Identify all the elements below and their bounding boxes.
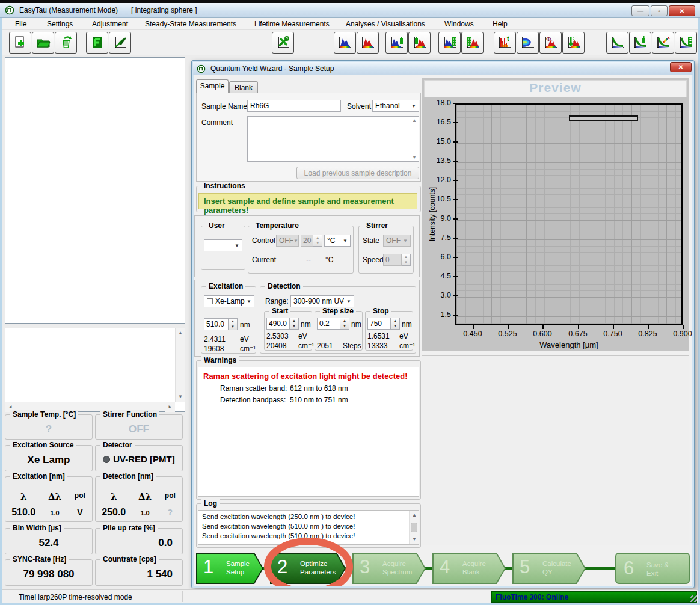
spinner-up-icon[interactable]: ▲ <box>229 319 237 324</box>
menu-steady-state[interactable]: Steady-State Measurements <box>145 20 236 28</box>
window-titlebar[interactable]: EasyTau (Measurement Mode) [ integrating… <box>0 3 700 18</box>
step-number: 3 <box>360 556 370 578</box>
instructions-box: Instructions Insert sample and define sa… <box>196 186 421 212</box>
start-wavelength-spinner[interactable]: 490.0 ▲▼ <box>266 318 299 330</box>
tres-contour-button[interactable] <box>517 32 539 54</box>
menu-file[interactable]: File <box>15 20 26 28</box>
menu-analyses[interactable]: Analyses / Visualisations <box>346 20 425 28</box>
spinner-up-icon[interactable]: ▲ <box>290 318 298 324</box>
open-file-button[interactable] <box>32 32 54 54</box>
spinner-down-icon[interactable]: ▼ <box>340 324 349 329</box>
stirrer-state-combo[interactable]: OFF ▼ <box>383 235 411 247</box>
checkbox-icon[interactable] <box>207 298 213 304</box>
comment-textarea[interactable] <box>247 116 419 162</box>
resize-grip[interactable] <box>690 595 697 602</box>
bandpass-label: Detection bandpass: <box>220 396 286 404</box>
temp-control-combo[interactable]: OFF ▼ <box>276 235 299 247</box>
spinner-up-icon[interactable]: ▲ <box>391 318 399 324</box>
device-status-button[interactable] <box>86 32 108 54</box>
manual-curve-edit-button[interactable] <box>109 32 131 54</box>
scroll-down-icon[interactable]: ▼ <box>176 392 185 402</box>
tcspc-histogram-button[interactable]: t <box>494 32 516 54</box>
spinner-up-icon[interactable]: ▲ <box>402 254 410 260</box>
detail-vertical-scrollbar[interactable]: ▲ ▼ <box>175 328 185 402</box>
load-previous-sample-button[interactable]: Load previous sample description <box>296 167 419 179</box>
dialog-close-button[interactable]: ✕ <box>670 62 692 72</box>
detection-nm-label: Detection [nm] <box>100 472 156 481</box>
contour-plot-icon <box>520 35 536 51</box>
curve-pencil-icon <box>112 35 128 51</box>
step-2-optimize-parameters[interactable]: 2 Optimize Parameters <box>270 553 346 584</box>
step-label-line1: Acquire <box>382 560 406 567</box>
scroll-right-icon[interactable]: ► <box>165 402 175 412</box>
temperature-series-button[interactable] <box>562 32 585 54</box>
scroll-up-icon[interactable]: ▲ <box>176 328 185 338</box>
user-combo[interactable]: ▼ <box>204 239 242 251</box>
excitation-source-combo[interactable]: Xe-Lamp ▼ <box>204 295 254 307</box>
spinner-down-icon[interactable]: ▼ <box>402 260 410 265</box>
menu-adjustment[interactable]: Adjustment <box>92 20 128 28</box>
scroll-up-icon[interactable]: ▲ <box>412 118 417 123</box>
scroll-down-icon[interactable]: ▼ <box>412 155 417 160</box>
dialog-titlebar[interactable]: Quantum Yield Wizard - Sample Setup <box>193 62 693 75</box>
temp-unit-combo[interactable]: °C ▼ <box>324 235 351 247</box>
stirrer-speed-spinner[interactable]: 0 ▲▼ <box>383 254 411 266</box>
menu-help[interactable]: Help <box>493 20 508 28</box>
scroll-up-icon[interactable]: ▲ <box>410 511 419 520</box>
spinner-up-icon[interactable]: ▲ <box>313 235 322 241</box>
emission-scan-sample-button[interactable] <box>408 32 431 54</box>
detector-box: Detector UV-RED [PMT] <box>95 445 183 471</box>
excitation-wavelength-spinner[interactable]: 510.0 ▲▼ <box>204 318 238 330</box>
spinner-down-icon[interactable]: ▼ <box>290 324 298 329</box>
scrollbar-thumb[interactable] <box>411 523 417 532</box>
excitation-scan-sample-button[interactable] <box>385 32 408 54</box>
tab-sample[interactable]: Sample <box>196 79 229 93</box>
menu-lifetime[interactable]: Lifetime Measurements <box>254 20 330 28</box>
detection-range-combo[interactable]: 300-900 nm UV-RED ▼ <box>290 295 354 307</box>
menu-settings[interactable]: Settings <box>47 20 73 28</box>
excitation-nm-box: Excitation [nm] λ Δλ pol 510.0 1.0 V <box>5 476 93 522</box>
delete-measurement-button[interactable] <box>55 32 77 54</box>
x-tick: 0.675 <box>562 330 594 338</box>
spinner-down-icon[interactable]: ▼ <box>313 241 322 246</box>
lifetime-decay-sample-button[interactable] <box>629 32 651 54</box>
step-label-line2: QY <box>542 568 553 576</box>
step-1-sample-setup[interactable]: 1 Sample Setup <box>196 553 263 584</box>
step-size-spinner[interactable]: 0.2 ▲▼ <box>317 318 349 330</box>
adjustment-tools-button[interactable] <box>272 32 294 54</box>
maximize-button[interactable]: ▫ <box>651 5 668 16</box>
lifetime-decay-button[interactable] <box>606 32 628 54</box>
spinner-down-icon[interactable]: ▼ <box>229 324 237 330</box>
anisotropy-decay-button[interactable] <box>652 32 674 54</box>
tools-icon <box>275 35 291 51</box>
solvent-combo[interactable]: Ethanol ▼ <box>372 100 419 112</box>
tab-blank[interactable]: Blank <box>229 81 258 93</box>
temp-setpoint-spinner[interactable]: 20 ▲▼ <box>301 235 322 247</box>
quantum-yield-icon: Φ F <box>543 35 559 51</box>
stop-cm-value: 13333 <box>367 342 387 350</box>
decay-series-button[interactable] <box>675 32 697 54</box>
excitation-scan-series-button[interactable] <box>438 32 461 54</box>
step-5-calculate-qy[interactable]: 5 Calculate QY <box>512 553 586 584</box>
sample-temp-label: Sample Temp. [°C] <box>10 410 78 419</box>
emission-spectrum-button[interactable] <box>357 32 379 54</box>
excitation-spectrum-button[interactable] <box>334 32 356 54</box>
step-6-save-exit[interactable]: 6 Save & Exit <box>615 553 690 584</box>
menu-windows[interactable]: Windows <box>444 20 474 28</box>
scroll-down-icon[interactable]: ▼ <box>410 535 419 544</box>
device-online-badge: FluoTime 300: Online <box>491 591 697 603</box>
spinner-down-icon[interactable]: ▼ <box>391 324 399 329</box>
log-scrollbar[interactable]: ▲ ▼ <box>409 511 419 544</box>
step-3-acquire-spectrum[interactable]: 3 Acquire Spectrum <box>352 553 426 584</box>
quantum-yield-button[interactable]: Φ F <box>539 32 562 54</box>
excitation-pol-value: V <box>68 508 92 517</box>
detection-nm-box: Detection [nm] λ Δλ pol 250.0 1.0 ? <box>95 476 183 522</box>
new-measurement-button[interactable] <box>9 32 31 54</box>
emission-scan-series-button[interactable] <box>461 32 484 54</box>
stop-wavelength-spinner[interactable]: 750 ▲▼ <box>367 318 400 330</box>
spinner-up-icon[interactable]: ▲ <box>340 318 349 324</box>
minimize-button[interactable]: — <box>631 5 649 16</box>
sample-name-input[interactable] <box>247 100 341 112</box>
close-button[interactable]: ✕ <box>669 5 695 16</box>
step-4-acquire-blank[interactable]: 4 Acquire Blank <box>432 553 506 584</box>
